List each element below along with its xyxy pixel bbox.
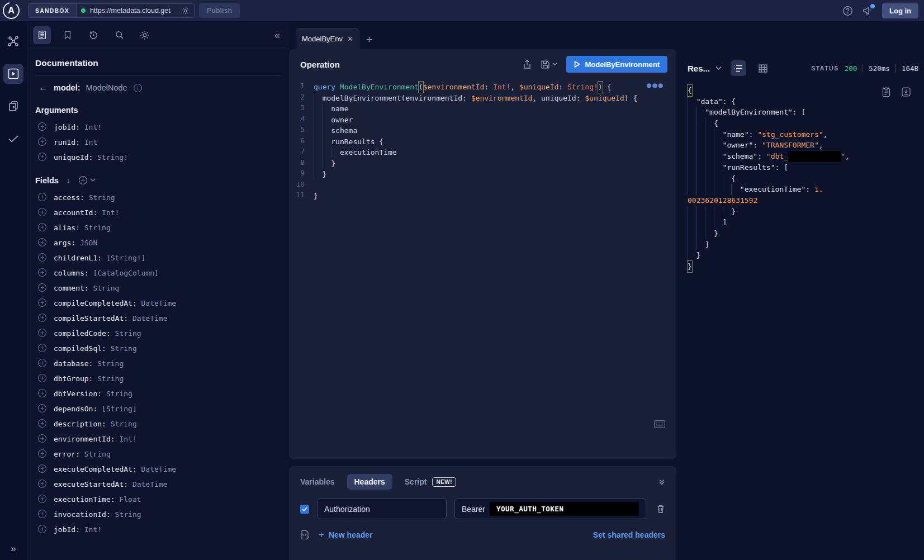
circle-plus-icon[interactable] [37, 283, 47, 292]
schema-graph-icon[interactable] [3, 31, 23, 51]
operation-tab[interactable]: ModelByEnvi... ✕ [296, 28, 359, 49]
query-editor[interactable]: 1query ModelByEnvironment($environmentId… [289, 78, 676, 459]
header-value-input[interactable]: Bearer YOUR_AUTH_TOKEN [454, 499, 646, 519]
endpoint-url-input[interactable]: https://metadata.cloud.get [77, 4, 194, 17]
new-header-button[interactable]: + New header [319, 529, 373, 540]
close-tab-icon[interactable]: ✕ [347, 35, 353, 43]
response-body[interactable]: {"data": {"modelByEnvironment": [{"name"… [688, 85, 918, 272]
field-row[interactable]: accountId: Int! [35, 205, 281, 220]
circle-plus-icon[interactable] [37, 122, 47, 131]
field-row[interactable]: jobId: Int! [35, 119, 281, 134]
circle-plus-icon[interactable] [37, 137, 47, 146]
download-response-icon[interactable] [902, 87, 911, 97]
circle-plus-icon[interactable] [37, 253, 47, 262]
keyboard-shortcuts-icon[interactable] [654, 420, 665, 428]
save-chevron-icon[interactable] [552, 63, 557, 66]
login-button[interactable]: Log in [882, 3, 918, 18]
field-row[interactable]: runId: Int [35, 134, 281, 149]
documentation-tab-icon[interactable] [33, 26, 51, 44]
field-row[interactable]: dependsOn: [String] [35, 401, 281, 416]
auth-token-value[interactable]: YOUR_AUTH_TOKEN [490, 502, 639, 516]
copy-response-icon[interactable] [882, 87, 890, 97]
collapse-panel-icon[interactable] [658, 478, 665, 485]
apollo-logo-icon[interactable]: A [2, 2, 20, 20]
run-operation-button[interactable]: ModelByEnvironment [566, 56, 667, 73]
delete-header-icon[interactable] [656, 504, 665, 514]
circle-plus-icon[interactable] [37, 358, 47, 368]
response-chevron-icon[interactable] [715, 66, 722, 70]
circle-plus-icon[interactable] [37, 298, 47, 307]
circle-plus-icon[interactable] [37, 404, 47, 413]
explorer-settings-gear-icon[interactable] [136, 26, 154, 44]
circle-plus-icon[interactable] [37, 494, 47, 504]
environment-variables-icon[interactable] [300, 530, 310, 540]
circle-plus-icon[interactable] [37, 449, 47, 458]
circle-plus-icon[interactable] [37, 388, 47, 398]
table-view-icon[interactable] [755, 60, 771, 76]
circle-plus-icon[interactable] [37, 328, 47, 338]
circle-plus-icon[interactable] [37, 464, 47, 473]
field-row[interactable]: compiledCode: String [35, 325, 281, 340]
circle-plus-icon[interactable] [37, 238, 47, 247]
raw-view-icon[interactable] [731, 60, 746, 76]
save-icon[interactable] [541, 60, 550, 69]
field-row[interactable]: jobId: Int! [35, 521, 281, 537]
breadcrumb-type[interactable]: ModelNode [86, 83, 127, 92]
history-icon[interactable] [84, 26, 102, 44]
circle-plus-icon[interactable] [37, 509, 47, 519]
saved-operations-bookmark-icon[interactable] [59, 26, 77, 44]
back-arrow-icon[interactable]: ← [39, 82, 48, 93]
field-row[interactable]: alias: String [35, 220, 281, 235]
field-row[interactable]: error: String [35, 446, 281, 461]
add-field-icon[interactable] [133, 83, 143, 93]
field-row[interactable]: environmentId: Int! [35, 431, 281, 446]
share-icon[interactable] [523, 59, 532, 69]
circle-plus-icon[interactable] [37, 313, 47, 322]
field-row[interactable]: args: JSON [35, 235, 281, 250]
circle-plus-icon[interactable] [37, 192, 47, 202]
new-tab-icon[interactable]: + [366, 34, 372, 45]
circle-plus-icon[interactable] [37, 343, 47, 353]
circle-plus-icon[interactable] [37, 524, 47, 534]
circle-plus-icon[interactable] [37, 479, 47, 488]
field-row[interactable]: childrenL1: [String!] [35, 250, 281, 265]
search-icon[interactable] [110, 26, 128, 44]
checks-icon[interactable] [3, 129, 23, 149]
publish-button[interactable]: Publish [199, 3, 240, 18]
field-row[interactable]: database: String [35, 355, 281, 371]
operation-options-icon[interactable]: ●●● [647, 80, 664, 89]
circle-plus-icon[interactable] [37, 152, 47, 162]
header-key-input[interactable]: Authorization [317, 499, 447, 519]
field-row[interactable]: columns: [CatalogColumn] [35, 265, 281, 280]
field-row[interactable]: executeCompletedAt: DateTime [35, 461, 281, 476]
sandbox-chip[interactable]: SANDBOX [29, 4, 77, 17]
field-row[interactable]: access: String [35, 189, 281, 205]
tab-headers[interactable]: Headers [347, 474, 392, 490]
circle-plus-icon[interactable] [37, 268, 47, 277]
help-icon[interactable] [842, 6, 853, 16]
field-row[interactable]: comment: String [35, 280, 281, 295]
announcements-icon[interactable] [862, 6, 873, 16]
collapse-docs-icon[interactable]: « [274, 30, 280, 40]
circle-plus-icon[interactable] [37, 222, 47, 232]
save-operation-group[interactable] [541, 60, 557, 69]
explorer-icon[interactable] [3, 64, 23, 84]
connection-settings-gear-icon[interactable] [181, 7, 189, 15]
circle-plus-icon[interactable] [37, 419, 47, 428]
circle-plus-icon[interactable] [37, 434, 47, 443]
tab-script[interactable]: Script [405, 477, 427, 486]
expand-rail-icon[interactable]: » [0, 543, 27, 554]
circle-plus-icon[interactable] [37, 207, 47, 217]
field-row[interactable]: description: String [35, 416, 281, 431]
field-row[interactable]: executeStartedAt: DateTime [35, 476, 281, 491]
sort-fields-icon[interactable]: ↓ [67, 176, 70, 185]
add-all-fields-icon[interactable] [78, 175, 96, 185]
field-row[interactable]: invocationId: String [35, 506, 281, 521]
field-row[interactable]: compileCompletedAt: DateTime [35, 295, 281, 310]
field-row[interactable]: compiledSql: String [35, 340, 281, 355]
changelog-icon[interactable] [3, 96, 23, 116]
header-enabled-checkbox[interactable] [300, 505, 309, 514]
tab-variables[interactable]: Variables [300, 477, 335, 486]
field-row[interactable]: compileStartedAt: DateTime [35, 310, 281, 325]
circle-plus-icon[interactable] [37, 373, 47, 383]
